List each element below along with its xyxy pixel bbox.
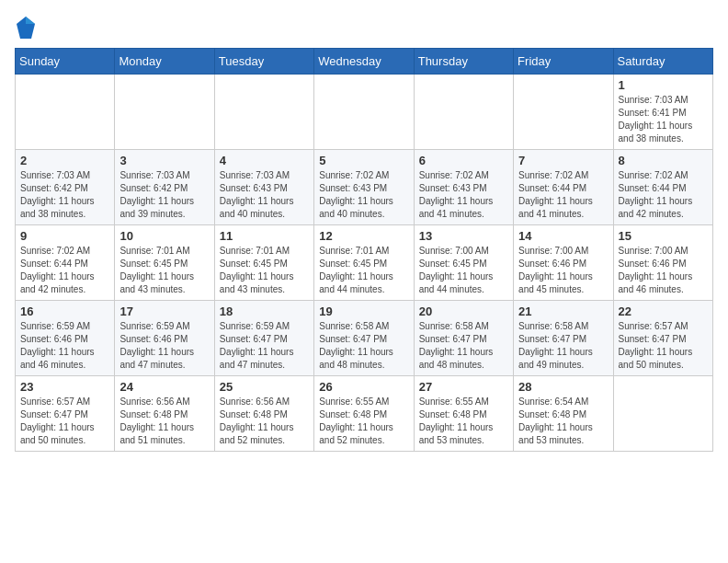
- day-number: 12: [319, 229, 408, 243]
- day-info: Sunrise: 7:02 AM Sunset: 6:44 PM Dayligh…: [619, 169, 708, 221]
- day-number: 19: [319, 304, 408, 318]
- calendar-day-cell: [115, 75, 214, 150]
- day-info: Sunrise: 7:03 AM Sunset: 6:42 PM Dayligh…: [20, 169, 109, 221]
- logo-icon: [15, 15, 37, 40]
- day-info: Sunrise: 6:58 AM Sunset: 6:47 PM Dayligh…: [319, 320, 408, 372]
- calendar-day-cell: 24Sunrise: 6:56 AM Sunset: 6:48 PM Dayli…: [115, 376, 214, 452]
- day-number: 4: [220, 154, 309, 167]
- calendar-day-cell: 20Sunrise: 6:58 AM Sunset: 6:47 PM Dayli…: [414, 301, 513, 376]
- day-number: 15: [619, 229, 708, 243]
- calendar-day-cell: 16Sunrise: 6:59 AM Sunset: 6:46 PM Dayli…: [16, 301, 115, 376]
- day-number: 5: [319, 154, 408, 167]
- calendar-day-cell: 3Sunrise: 7:03 AM Sunset: 6:42 PM Daylig…: [115, 150, 214, 225]
- calendar-day-cell: 11Sunrise: 7:01 AM Sunset: 6:45 PM Dayli…: [214, 225, 313, 301]
- calendar-weekday-monday: Monday: [115, 49, 214, 75]
- calendar-weekday-friday: Friday: [514, 49, 613, 75]
- calendar-day-cell: 12Sunrise: 7:01 AM Sunset: 6:45 PM Dayli…: [314, 225, 414, 301]
- day-info: Sunrise: 7:00 AM Sunset: 6:46 PM Dayligh…: [619, 245, 708, 296]
- day-number: 9: [20, 229, 109, 243]
- day-number: 21: [518, 304, 608, 318]
- day-number: 1: [619, 78, 708, 92]
- day-number: 27: [419, 380, 508, 394]
- calendar-day-cell: 27Sunrise: 6:55 AM Sunset: 6:48 PM Dayli…: [414, 376, 513, 452]
- day-number: 18: [220, 304, 309, 318]
- day-info: Sunrise: 7:02 AM Sunset: 6:44 PM Dayligh…: [20, 245, 109, 296]
- day-info: Sunrise: 6:56 AM Sunset: 6:48 PM Dayligh…: [220, 396, 309, 447]
- day-number: 17: [119, 304, 209, 318]
- page-header: [15, 15, 713, 40]
- day-info: Sunrise: 7:02 AM Sunset: 6:44 PM Dayligh…: [518, 169, 608, 221]
- day-info: Sunrise: 6:59 AM Sunset: 6:46 PM Dayligh…: [20, 320, 109, 372]
- day-number: 20: [419, 304, 508, 318]
- day-number: 14: [518, 229, 608, 243]
- day-info: Sunrise: 6:58 AM Sunset: 6:47 PM Dayligh…: [518, 320, 608, 372]
- calendar-weekday-thursday: Thursday: [414, 49, 513, 75]
- logo: [15, 15, 40, 40]
- calendar-day-cell: 10Sunrise: 7:01 AM Sunset: 6:45 PM Dayli…: [115, 225, 214, 301]
- day-number: 22: [619, 304, 708, 318]
- day-info: Sunrise: 7:02 AM Sunset: 6:43 PM Dayligh…: [419, 169, 508, 221]
- day-number: 10: [119, 229, 209, 243]
- calendar-table: SundayMondayTuesdayWednesdayThursdayFrid…: [15, 48, 713, 452]
- day-info: Sunrise: 7:01 AM Sunset: 6:45 PM Dayligh…: [119, 245, 209, 296]
- day-info: Sunrise: 6:55 AM Sunset: 6:48 PM Dayligh…: [419, 396, 508, 447]
- day-info: Sunrise: 7:03 AM Sunset: 6:42 PM Dayligh…: [119, 169, 209, 221]
- calendar-day-cell: 7Sunrise: 7:02 AM Sunset: 6:44 PM Daylig…: [514, 150, 613, 225]
- calendar-day-cell: 8Sunrise: 7:02 AM Sunset: 6:44 PM Daylig…: [613, 150, 712, 225]
- calendar-day-cell: [514, 75, 613, 150]
- calendar-weekday-sunday: Sunday: [16, 49, 115, 75]
- day-info: Sunrise: 6:59 AM Sunset: 6:46 PM Dayligh…: [119, 320, 209, 372]
- calendar-day-cell: 23Sunrise: 6:57 AM Sunset: 6:47 PM Dayli…: [16, 376, 115, 452]
- calendar-day-cell: 4Sunrise: 7:03 AM Sunset: 6:43 PM Daylig…: [214, 150, 313, 225]
- day-number: 25: [220, 380, 309, 394]
- day-number: 3: [119, 154, 209, 167]
- day-number: 24: [119, 380, 209, 394]
- day-number: 6: [419, 154, 508, 167]
- calendar-weekday-tuesday: Tuesday: [214, 49, 313, 75]
- calendar-day-cell: 14Sunrise: 7:00 AM Sunset: 6:46 PM Dayli…: [514, 225, 613, 301]
- day-info: Sunrise: 7:00 AM Sunset: 6:46 PM Dayligh…: [518, 245, 608, 296]
- calendar-day-cell: [16, 75, 115, 150]
- calendar-weekday-saturday: Saturday: [613, 49, 712, 75]
- day-info: Sunrise: 6:55 AM Sunset: 6:48 PM Dayligh…: [319, 396, 408, 447]
- calendar-day-cell: 15Sunrise: 7:00 AM Sunset: 6:46 PM Dayli…: [613, 225, 712, 301]
- day-number: 26: [319, 380, 408, 394]
- day-info: Sunrise: 6:56 AM Sunset: 6:48 PM Dayligh…: [119, 396, 209, 447]
- calendar-day-cell: [613, 376, 712, 452]
- day-number: 23: [20, 380, 109, 394]
- calendar-day-cell: [214, 75, 313, 150]
- day-info: Sunrise: 7:01 AM Sunset: 6:45 PM Dayligh…: [319, 245, 408, 296]
- day-number: 16: [20, 304, 109, 318]
- day-info: Sunrise: 6:57 AM Sunset: 6:47 PM Dayligh…: [619, 320, 708, 372]
- day-info: Sunrise: 7:00 AM Sunset: 6:45 PM Dayligh…: [419, 245, 508, 296]
- day-info: Sunrise: 6:54 AM Sunset: 6:48 PM Dayligh…: [518, 396, 608, 447]
- calendar-day-cell: 1Sunrise: 7:03 AM Sunset: 6:41 PM Daylig…: [613, 75, 712, 150]
- day-info: Sunrise: 6:59 AM Sunset: 6:47 PM Dayligh…: [220, 320, 309, 372]
- calendar-weekday-wednesday: Wednesday: [314, 49, 414, 75]
- day-info: Sunrise: 7:01 AM Sunset: 6:45 PM Dayligh…: [220, 245, 309, 296]
- day-info: Sunrise: 7:02 AM Sunset: 6:43 PM Dayligh…: [319, 169, 408, 221]
- calendar-week-row: 9Sunrise: 7:02 AM Sunset: 6:44 PM Daylig…: [16, 225, 713, 301]
- calendar-day-cell: 19Sunrise: 6:58 AM Sunset: 6:47 PM Dayli…: [314, 301, 414, 376]
- day-info: Sunrise: 6:57 AM Sunset: 6:47 PM Dayligh…: [20, 396, 109, 447]
- day-number: 2: [20, 154, 109, 167]
- calendar-week-row: 16Sunrise: 6:59 AM Sunset: 6:46 PM Dayli…: [16, 301, 713, 376]
- day-info: Sunrise: 7:03 AM Sunset: 6:43 PM Dayligh…: [220, 169, 309, 221]
- calendar-day-cell: 28Sunrise: 6:54 AM Sunset: 6:48 PM Dayli…: [514, 376, 613, 452]
- calendar-day-cell: 26Sunrise: 6:55 AM Sunset: 6:48 PM Dayli…: [314, 376, 414, 452]
- calendar-week-row: 1Sunrise: 7:03 AM Sunset: 6:41 PM Daylig…: [16, 75, 713, 150]
- calendar-day-cell: 21Sunrise: 6:58 AM Sunset: 6:47 PM Dayli…: [514, 301, 613, 376]
- calendar-day-cell: 13Sunrise: 7:00 AM Sunset: 6:45 PM Dayli…: [414, 225, 513, 301]
- day-number: 28: [518, 380, 608, 394]
- day-number: 13: [419, 229, 508, 243]
- calendar-day-cell: 22Sunrise: 6:57 AM Sunset: 6:47 PM Dayli…: [613, 301, 712, 376]
- day-number: 7: [518, 154, 608, 167]
- calendar-day-cell: [414, 75, 513, 150]
- calendar-day-cell: [314, 75, 414, 150]
- calendar-week-row: 2Sunrise: 7:03 AM Sunset: 6:42 PM Daylig…: [16, 150, 713, 225]
- day-number: 11: [220, 229, 309, 243]
- calendar-day-cell: 17Sunrise: 6:59 AM Sunset: 6:46 PM Dayli…: [115, 301, 214, 376]
- calendar-week-row: 23Sunrise: 6:57 AM Sunset: 6:47 PM Dayli…: [16, 376, 713, 452]
- day-info: Sunrise: 7:03 AM Sunset: 6:41 PM Dayligh…: [619, 94, 708, 145]
- calendar-day-cell: 25Sunrise: 6:56 AM Sunset: 6:48 PM Dayli…: [214, 376, 313, 452]
